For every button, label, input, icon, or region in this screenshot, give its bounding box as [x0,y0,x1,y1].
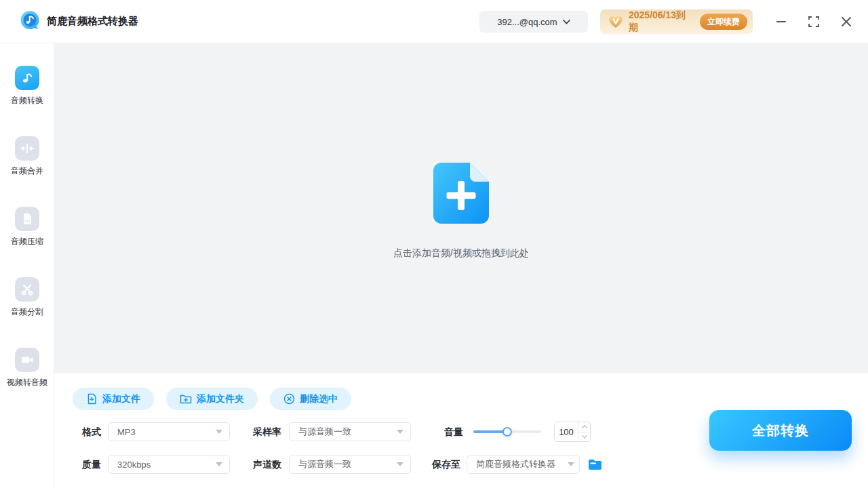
compress-file-icon [15,207,39,231]
dropzone[interactable]: 点击添加音频/视频或拖拽到此处 [54,163,868,260]
add-folder-label: 添加文件夹 [197,393,244,405]
close-icon [841,16,852,27]
vip-crown-icon [608,15,623,28]
browse-folder-button[interactable] [587,457,603,472]
circle-x-icon [283,393,295,405]
sidebar-item-label: 音频转换 [11,95,43,106]
window-controls [773,0,854,43]
account-dropdown[interactable]: 392...@qq.com [479,11,588,33]
sidebar-item-audio-convert[interactable]: 音频转换 [0,66,54,106]
channels-label: 声道数 [253,455,281,474]
sidebar-item-audio-split[interactable]: 音频分割 [0,277,54,318]
sample-rate-select[interactable]: 与源音频一致 [289,422,411,441]
settings-row-2: 质量 320kbps 声道数 与源音频一致 保存至 简鹿音频格式转换器 [54,455,868,474]
vip-status-badge: 2025/06/13到期 立即续费 [600,9,753,34]
add-file-big-icon [433,214,489,226]
sidebar-item-audio-compress[interactable]: 音频压缩 [0,207,54,247]
folder-plus-icon [180,394,192,405]
chevron-down-icon [581,433,587,439]
format-label: 格式 [82,422,101,441]
slider-thumb[interactable] [502,427,512,436]
volume-label: 音量 [444,422,463,441]
number-spinner [578,422,590,441]
add-file-label: 添加文件 [102,393,140,405]
sample-rate-label: 采样率 [253,422,281,441]
volume-number-input[interactable]: 100 [554,422,591,442]
quality-select[interactable]: 320kbps [108,455,230,474]
sidebar-item-label: 视频转音频 [7,377,47,388]
spinner-down-button[interactable] [578,432,590,442]
spinner-up-button[interactable] [578,422,590,432]
scissors-icon [15,277,39,302]
add-file-button[interactable]: 添加文件 [73,388,154,410]
dropzone-hint: 点击添加音频/视频或拖拽到此处 [54,247,868,260]
vip-expiry-date: 2025/06/13到期 [629,9,694,34]
add-folder-button[interactable]: 添加文件夹 [166,388,258,410]
file-plus-icon [86,393,98,405]
chevron-down-icon [563,20,570,24]
title-bar: 简鹿音频格式转换器 392...@qq.com 2025/06/13到期 立即续… [0,0,868,43]
file-list-area: 点击添加音频/视频或拖拽到此处 [54,43,868,373]
dropdown-caret-icon [216,430,222,434]
save-to-select[interactable]: 简鹿音频格式转换器 [467,455,580,474]
minimize-button[interactable] [773,14,789,30]
save-to-value: 简鹿音频格式转换器 [476,458,555,470]
folder-open-icon [588,459,602,470]
channels-value: 与源音频一致 [298,458,351,470]
quality-value: 320kbps [117,460,151,470]
convert-all-button[interactable]: 全部转换 [709,410,852,451]
quality-label: 质量 [82,455,101,474]
minimize-icon [776,16,787,27]
volume-value: 100 [555,422,578,441]
volume-slider[interactable] [473,422,541,441]
maximize-button[interactable] [806,14,822,30]
channels-select[interactable]: 与源音频一致 [289,455,411,474]
delete-selected-label: 删除选中 [300,393,338,405]
renew-button[interactable]: 立即续费 [700,14,747,30]
dropdown-caret-icon [397,430,403,434]
dropdown-caret-icon [216,462,222,466]
app-title: 简鹿音频格式转换器 [47,15,138,28]
sidebar-item-audio-merge[interactable]: 音频合并 [0,136,54,177]
format-select[interactable]: MP3 [108,422,230,441]
video-camera-icon [15,348,39,372]
chevron-up-icon [581,425,587,430]
maximize-icon [808,16,819,27]
account-email: 392...@qq.com [497,17,557,27]
format-value: MP3 [117,427,136,437]
sample-rate-value: 与源音频一致 [298,426,351,438]
delete-selected-button[interactable]: 删除选中 [270,388,351,410]
sidebar-item-video-to-audio[interactable]: 视频转音频 [0,348,54,388]
dropdown-caret-icon [397,462,403,466]
sidebar-item-label: 音频分割 [11,306,43,318]
music-note-icon [15,66,39,90]
sidebar: 音频转换 音频合并 音频压缩 [0,43,54,488]
sidebar-item-label: 音频合并 [11,165,43,177]
settings-panel: 添加文件 添加文件夹 删除选中 格式 MP3 采样率 与源音频一致 [54,373,868,488]
sidebar-item-label: 音频压缩 [11,236,43,247]
save-to-label: 保存至 [432,455,460,474]
file-toolbar: 添加文件 添加文件夹 删除选中 [73,388,351,410]
app-logo-icon [19,9,41,34]
dropdown-caret-icon [568,462,574,466]
app-logo: 简鹿音频格式转换器 [19,9,138,34]
close-button[interactable] [838,14,854,30]
merge-icon [15,136,39,161]
